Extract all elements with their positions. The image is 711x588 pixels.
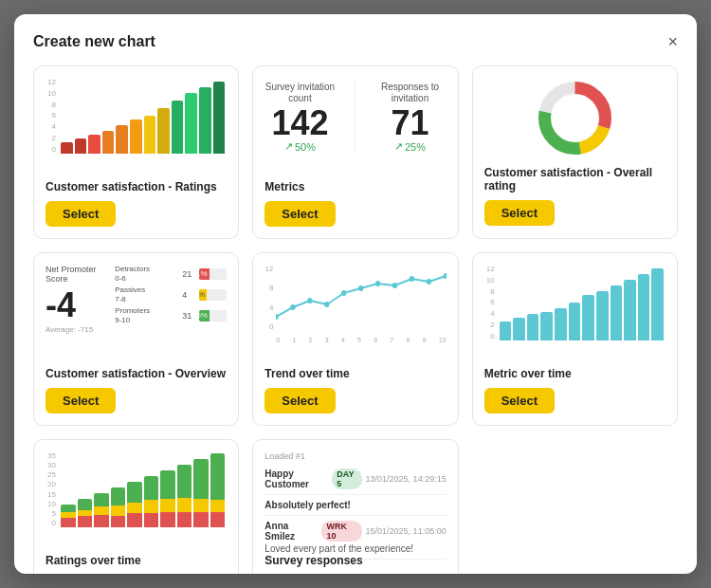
svg-point-15	[444, 273, 447, 279]
stack-bar-2	[78, 499, 93, 527]
response-name-3: Anna Smilez	[264, 521, 318, 542]
card-label-ratings-time: Ratings over time	[46, 554, 141, 567]
stack-y-axis: 35302520151050	[47, 451, 59, 527]
nps-detractors: Detractors0-6 21 36.11%	[115, 265, 227, 283]
nps-passives-fill: 27.21%	[199, 289, 207, 301]
stack-bar-7	[160, 470, 175, 527]
line-svg	[276, 265, 446, 331]
blue-bar-10	[624, 280, 636, 340]
stack-bar-6	[144, 476, 159, 527]
bar-5	[116, 125, 128, 154]
loaded-label: Loaded #1	[264, 451, 446, 461]
bar-6	[130, 119, 142, 154]
card-customer-satisfaction-ratings: 121086420 Customer satis	[33, 65, 239, 239]
bar-9	[172, 101, 184, 154]
metric-group-2: Responses to invitation 71 25%	[374, 82, 446, 153]
nps-detractors-bar: 36.11%	[199, 268, 227, 280]
stack-bar-4	[111, 487, 126, 527]
nps-promoters-bar: 36.86%	[199, 310, 227, 322]
svg-point-11	[375, 281, 380, 286]
nps-score-value: -4	[46, 285, 105, 325]
card-label-trend: Trend over time	[264, 367, 349, 380]
responses-preview: Loaded #1 Happy Customer DAY 5 13/01/202…	[264, 451, 446, 546]
nps-passives-pct: 27.21%	[199, 290, 207, 299]
nps-title: Net Promoter Score	[46, 265, 105, 284]
nps-detractors-count: 21	[182, 269, 193, 279]
bar-4	[102, 131, 115, 154]
bar-10	[185, 93, 197, 154]
svg-point-9	[341, 290, 346, 296]
nps-chart: Net Promoter Score -4 Average: -715 Detr…	[46, 265, 227, 359]
nps-detractors-fill: 36.11%	[199, 268, 209, 280]
line-chart: 12840	[264, 265, 446, 359]
card-label-metrics: Metrics	[264, 180, 304, 193]
card-ratings-time: 35302520151050	[33, 439, 239, 574]
response-list: Happy Customer DAY 5 13/01/2025, 14:29:1…	[264, 464, 446, 560]
svg-point-14	[427, 279, 431, 285]
response-header-1: Happy Customer DAY 5 13/01/2025, 14:29:1…	[264, 469, 446, 489]
response-time-3: 15/01/2025, 11:05:00	[366, 526, 447, 536]
blue-bar-5	[555, 308, 567, 340]
nps-promoters-label: Promoters9-10	[115, 306, 176, 324]
metric-value-2: 71	[391, 106, 428, 140]
donut-chart	[484, 78, 665, 158]
blue-y-axis: 121086420	[486, 265, 498, 340]
metrics-chart: Survey invitation count 142 50% Response…	[264, 78, 446, 173]
ratings-chart: 121086420	[46, 78, 227, 173]
card-trend: 12840	[252, 252, 458, 426]
bar-11	[199, 87, 211, 154]
response-name-2: Absolutely perfect!	[264, 500, 351, 510]
blue-bar-8	[596, 291, 609, 340]
stack-bar-8	[177, 465, 192, 527]
svg-point-12	[392, 283, 397, 288]
svg-point-10	[358, 285, 363, 291]
metric-group-1: Survey invitation count 142 50%	[264, 82, 335, 153]
nps-score-area: Net Promoter Score -4 Average: -715	[46, 265, 105, 334]
y-axis: 121086420	[47, 78, 59, 154]
select-button-ratings[interactable]: Select	[46, 201, 116, 227]
blue-bar-11	[638, 274, 650, 340]
svg-point-8	[324, 302, 329, 307]
card-label-nps: Customer satisfaction - Overview	[46, 367, 226, 380]
create-chart-modal: Create new chart × 121086420	[14, 14, 697, 574]
response-time-1: 13/01/2025, 14:29:15	[366, 474, 447, 484]
donut-svg	[535, 78, 615, 158]
card-label-overall: Customer satisfaction - Overall rating	[484, 166, 665, 193]
select-button-metric-time[interactable]: Select	[484, 388, 555, 413]
nps-promoters-pct: 36.86%	[199, 311, 210, 320]
response-text-3: Loved every part of the experience!	[264, 543, 446, 554]
metric-sublabel-2: Responses to invitation	[374, 82, 446, 104]
metric-value-1: 142	[271, 106, 328, 140]
metric-change-2: 25%	[394, 140, 426, 153]
chart-grid: 121086420 Customer satis	[33, 65, 678, 574]
nps-promoters-count: 31	[182, 311, 193, 321]
blue-bar-1	[500, 322, 512, 340]
modal-title: Create new chart	[33, 33, 155, 50]
blue-bar-6	[569, 303, 581, 340]
card-label-ratings: Customer satisfaction - Ratings	[46, 180, 217, 193]
line-x-axis: 012345678910	[276, 337, 446, 343]
nps-promoters-fill: 36.86%	[199, 310, 210, 322]
nps-promoters: Promoters9-10 31 36.86%	[115, 306, 227, 324]
stack-bar-3	[94, 493, 109, 527]
response-header-2: Absolutely perfect!	[264, 500, 446, 510]
select-button-overall[interactable]: Select	[484, 200, 555, 226]
blue-bar-7	[582, 295, 594, 340]
nps-passives-count: 4	[182, 290, 193, 300]
nps-detractors-pct: 36.11%	[199, 269, 209, 278]
card-label-survey: Survey responses	[264, 554, 362, 567]
bar-3	[88, 135, 100, 154]
line-y-axis: 12840	[264, 265, 276, 331]
card-metrics: Survey invitation count 142 50% Response…	[252, 65, 458, 239]
stack-bar-9	[193, 459, 209, 527]
close-button[interactable]: ×	[667, 33, 678, 50]
blue-bar-4	[540, 312, 553, 340]
select-button-metrics[interactable]: Select	[264, 201, 335, 227]
svg-point-4	[554, 98, 595, 139]
card-overall-rating: Customer satisfaction - Overall rating S…	[472, 65, 678, 239]
bar-12	[213, 82, 226, 154]
select-button-nps[interactable]: Select	[46, 388, 116, 413]
select-button-trend[interactable]: Select	[264, 388, 335, 413]
metric-sublabel-1: Survey invitation count	[264, 82, 335, 104]
response-item-2: Absolutely perfect!	[264, 495, 446, 516]
